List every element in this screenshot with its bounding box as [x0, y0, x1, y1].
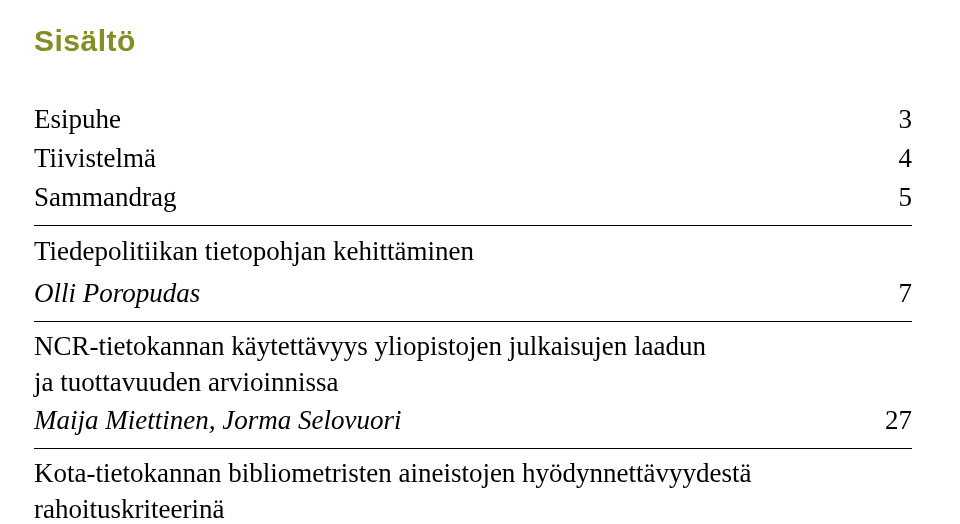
entry-page: 5 [852, 178, 912, 217]
entry-page: 27 [852, 401, 912, 440]
entry-title: Tiivistelmä [34, 139, 852, 178]
toc-entry: Esipuhe 3 [34, 100, 912, 139]
entry-page: 7 [852, 274, 912, 313]
entry-author: Olli Poropudas [34, 274, 852, 313]
entry-title-line: ja tuottavuuden arvioinnissa [34, 364, 912, 400]
toc-entry: NCR-tietokannan käytettävyys yliopistoje… [34, 328, 912, 440]
table-of-contents: Esipuhe 3 Tiivistelmä 4 Sammandrag 5 Tie… [34, 100, 912, 524]
entry-page: 3 [852, 100, 912, 139]
entry-author: Maija Miettinen, Jorma Selovuori [34, 401, 852, 440]
divider [34, 225, 912, 226]
entry-title: NCR-tietokannan käytettävyys yliopistoje… [34, 328, 912, 401]
entry-title: Kota-tietokannan bibliometristen aineist… [34, 455, 912, 524]
divider [34, 321, 912, 322]
entry-title: Esipuhe [34, 100, 852, 139]
entry-title-line: rahoituskriteerinä [34, 491, 912, 524]
toc-entry: Sammandrag 5 [34, 178, 912, 217]
toc-entry: Kota-tietokannan bibliometristen aineist… [34, 455, 912, 524]
entry-title-line: Kota-tietokannan bibliometristen aineist… [34, 455, 912, 491]
toc-entry: Tiedepolitiikan tietopohjan kehittäminen… [34, 232, 912, 312]
toc-entry: Tiivistelmä 4 [34, 139, 912, 178]
page-title: Sisältö [34, 24, 912, 58]
entry-title: Sammandrag [34, 178, 852, 217]
entry-title-line: NCR-tietokannan käytettävyys yliopistoje… [34, 328, 912, 364]
entry-page: 4 [852, 139, 912, 178]
entry-title: Tiedepolitiikan tietopohjan kehittäminen [34, 232, 912, 271]
divider [34, 448, 912, 449]
